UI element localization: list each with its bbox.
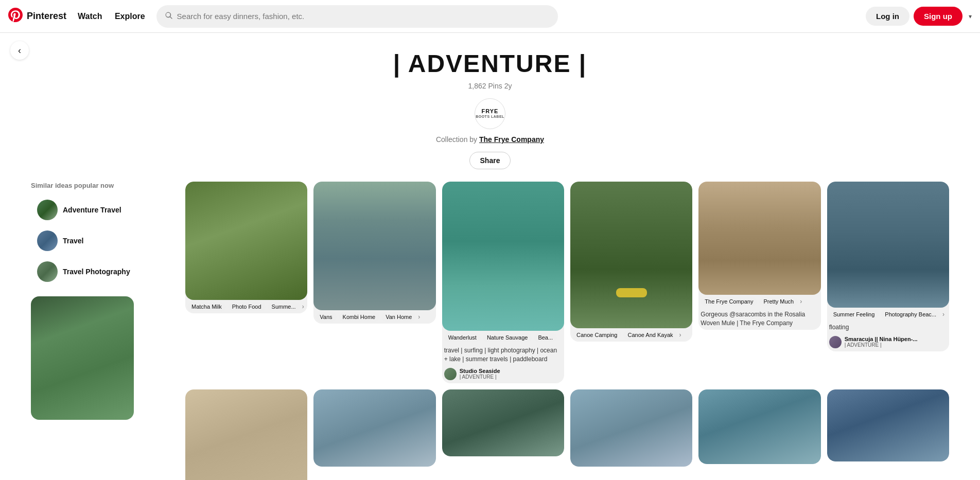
pins-grid-row2 xyxy=(185,389,949,480)
pin-more-tags[interactable]: › xyxy=(800,298,802,305)
board-title: | ADVENTURE | xyxy=(0,49,980,78)
pin-tag[interactable]: Summe... xyxy=(268,302,300,311)
pin-tags: Matcha Milk Photo Food Summe... › xyxy=(185,300,307,313)
search-icon xyxy=(165,11,173,22)
pin-user: Studio Seaside | ADVENTURE | xyxy=(442,366,564,383)
adventure-travel-thumb xyxy=(37,200,58,220)
pin-tags: Wanderlust Nature Sauvage Bea... xyxy=(442,331,564,344)
pin-card[interactable]: Canoe Camping Canoe And Kayak › xyxy=(570,182,692,342)
pin-card[interactable]: Matcha Milk Photo Food Summe... › xyxy=(185,182,307,313)
header: Pinterest Watch Explore Log in Sign up ▾ xyxy=(0,0,980,33)
pin-more-tags[interactable]: › xyxy=(942,311,944,318)
board-meta: 1,862 Pins 2y xyxy=(0,82,980,90)
search-bar[interactable] xyxy=(156,5,558,28)
main: | ADVENTURE | 1,862 Pins 2y FRYE BOOTS L… xyxy=(0,0,980,480)
signup-button[interactable]: Sign up xyxy=(914,7,962,26)
pin-tags: The Frye Company Pretty Much › xyxy=(698,295,820,308)
pin-username[interactable]: Smaracuja || Nina Hüpen-... xyxy=(845,336,918,342)
pin-more-tags[interactable]: › xyxy=(679,331,681,339)
pin-card[interactable] xyxy=(185,389,307,480)
pin-board: | ADVENTURE | xyxy=(460,374,500,380)
travel-thumb xyxy=(37,230,58,251)
sidebar-item-label: Adventure Travel xyxy=(63,206,121,214)
pin-card[interactable]: Vans Kombi Home Van Home › xyxy=(313,182,435,324)
pin-tag[interactable]: Vans xyxy=(316,312,336,322)
content-area: Similar ideas popular now Adventure Trav… xyxy=(0,182,980,480)
pin-card[interactable] xyxy=(698,389,820,464)
search-input[interactable] xyxy=(177,12,550,21)
travel-photo-thumb xyxy=(37,261,58,282)
pinterest-logo-icon xyxy=(8,8,23,25)
pin-card[interactable] xyxy=(313,389,435,467)
login-button[interactable]: Log in xyxy=(866,7,909,26)
pin-tag[interactable]: Photo Food xyxy=(228,302,266,311)
pin-tag[interactable]: Pretty Much xyxy=(759,297,798,306)
pin-avatar xyxy=(829,336,842,348)
pin-tags: Vans Kombi Home Van Home › xyxy=(313,310,435,324)
sidebar-item-travel[interactable]: Travel xyxy=(31,226,175,255)
pin-card[interactable]: Wanderlust Nature Sauvage Bea... travel … xyxy=(442,182,564,383)
pin-tag[interactable]: Nature Sauvage xyxy=(483,333,532,342)
board-header: | ADVENTURE | 1,862 Pins 2y FRYE BOOTS L… xyxy=(0,33,980,182)
board-age: 2y xyxy=(504,82,512,90)
left-sidebar: Similar ideas popular now Adventure Trav… xyxy=(31,182,175,480)
board-logo[interactable]: FRYE BOOTS LABEL xyxy=(475,98,505,129)
pin-description: travel | surfing | light photography | o… xyxy=(442,344,564,366)
collection-by: Collection by The Frye Company xyxy=(0,135,980,144)
pin-tag[interactable]: Summer Feeling xyxy=(829,310,879,319)
pin-tag[interactable]: Kombi Home xyxy=(339,312,380,322)
sidebar-item-adventure-travel[interactable]: Adventure Travel xyxy=(31,195,175,224)
pin-tag[interactable]: Van Home xyxy=(381,312,416,322)
pin-more-tags[interactable]: › xyxy=(418,313,420,321)
board-logo-text: FRYE BOOTS LABEL xyxy=(476,108,504,119)
pin-card[interactable] xyxy=(442,389,564,456)
pin-card[interactable] xyxy=(570,389,692,467)
pin-tag[interactable]: Canoe Camping xyxy=(572,330,622,340)
pins-count: 1,862 Pins xyxy=(468,82,502,90)
similar-ideas-title: Similar ideas popular now xyxy=(31,182,175,189)
pin-description: Gorgeous @saracombs in the Rosalia Woven… xyxy=(698,308,820,330)
logo-text: Pinterest xyxy=(27,11,66,22)
pin-tags: Canoe Camping Canoe And Kayak › xyxy=(570,328,692,342)
sidebar-large-image[interactable] xyxy=(31,296,134,420)
nav-explore[interactable]: Explore xyxy=(110,9,150,24)
pin-tag[interactable]: The Frye Company xyxy=(701,297,757,306)
pin-tag[interactable]: Photography Beac... xyxy=(881,310,940,319)
pin-avatar xyxy=(444,368,457,380)
pin-tag[interactable]: Canoe And Kayak xyxy=(623,330,677,340)
main-nav: Watch Explore xyxy=(73,12,150,21)
sidebar-item-label: Travel xyxy=(63,237,83,245)
pin-board: | ADVENTURE | xyxy=(845,342,918,348)
sidebar-item-travel-photography[interactable]: Travel Photography xyxy=(31,257,175,286)
pins-grid-row1: Matcha Milk Photo Food Summe... › Vans K… xyxy=(185,182,949,383)
share-button[interactable]: Share xyxy=(469,152,511,169)
collection-owner-link[interactable]: The Frye Company xyxy=(479,135,544,144)
nav-watch[interactable]: Watch xyxy=(73,9,107,24)
pin-card[interactable]: The Frye Company Pretty Much › Gorgeous … xyxy=(698,182,820,330)
logo[interactable]: Pinterest xyxy=(8,8,66,25)
pin-tag[interactable]: Wanderlust xyxy=(444,333,481,342)
back-button[interactable]: ‹ xyxy=(10,41,29,60)
pin-tag[interactable]: Matcha Milk xyxy=(187,302,226,311)
pin-more-tags[interactable]: › xyxy=(302,303,304,310)
pin-tags: Summer Feeling Photography Beac... › xyxy=(827,308,949,321)
pin-username[interactable]: Studio Seaside xyxy=(460,368,500,374)
header-right: Log in Sign up ▾ xyxy=(866,7,972,26)
sidebar-item-label: Travel Photography xyxy=(63,268,130,276)
pin-tag[interactable]: Bea... xyxy=(534,333,557,342)
pin-card[interactable] xyxy=(827,389,949,461)
pin-description: floating xyxy=(827,321,949,334)
chevron-down-icon[interactable]: ▾ xyxy=(969,13,972,20)
pins-area: Matcha Milk Photo Food Summe... › Vans K… xyxy=(175,182,949,480)
pin-card[interactable]: Summer Feeling Photography Beac... › flo… xyxy=(827,182,949,351)
pin-user: Smaracuja || Nina Hüpen-... | ADVENTURE … xyxy=(827,334,949,351)
